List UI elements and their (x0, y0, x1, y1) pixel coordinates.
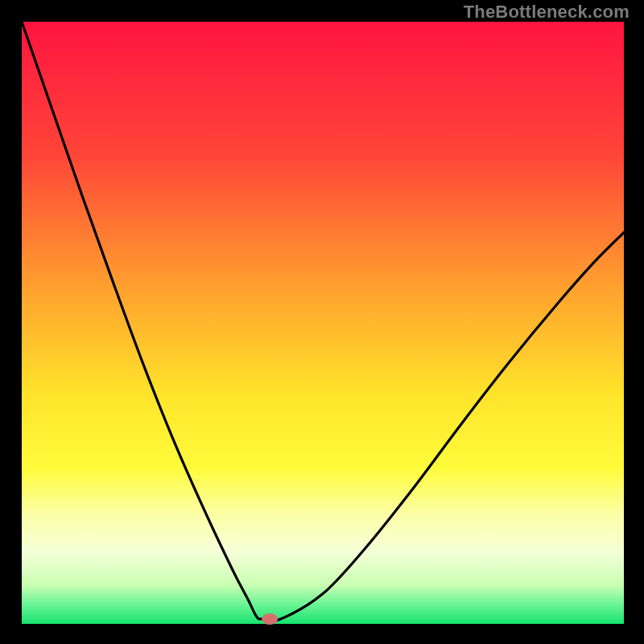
plot-background (22, 22, 624, 624)
optimum-marker (262, 613, 278, 625)
chart-frame: { "attribution": "TheBottleneck.com", "c… (0, 0, 644, 644)
bottleneck-chart (0, 0, 644, 644)
